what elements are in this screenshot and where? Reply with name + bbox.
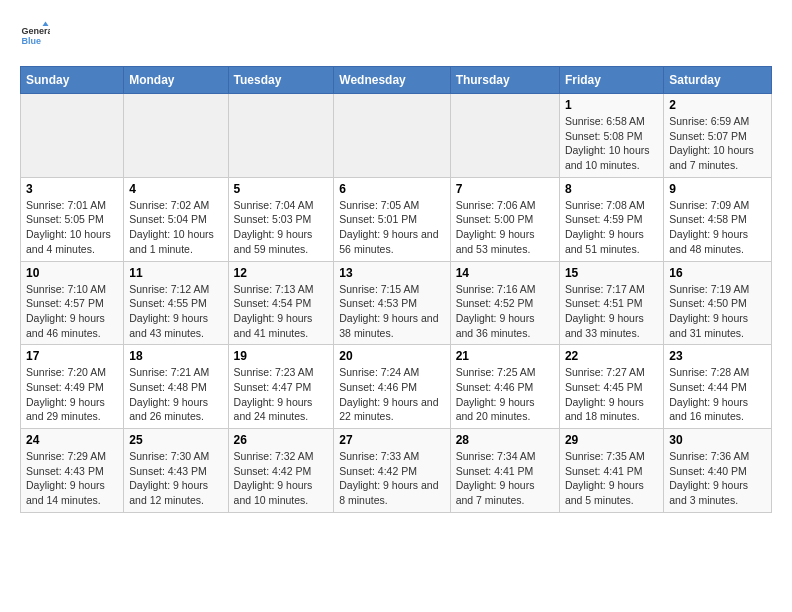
calendar-cell: 18Sunrise: 7:21 AM Sunset: 4:48 PM Dayli… xyxy=(124,345,228,429)
day-number: 22 xyxy=(565,349,658,363)
day-number: 15 xyxy=(565,266,658,280)
page-header: General Blue xyxy=(20,20,772,50)
day-number: 24 xyxy=(26,433,118,447)
day-info: Sunrise: 7:13 AM Sunset: 4:54 PM Dayligh… xyxy=(234,282,329,341)
day-info: Sunrise: 7:10 AM Sunset: 4:57 PM Dayligh… xyxy=(26,282,118,341)
day-info: Sunrise: 6:59 AM Sunset: 5:07 PM Dayligh… xyxy=(669,114,766,173)
calendar-cell: 5Sunrise: 7:04 AM Sunset: 5:03 PM Daylig… xyxy=(228,177,334,261)
day-number: 29 xyxy=(565,433,658,447)
day-header-tuesday: Tuesday xyxy=(228,67,334,94)
calendar-week-row: 3Sunrise: 7:01 AM Sunset: 5:05 PM Daylig… xyxy=(21,177,772,261)
day-number: 7 xyxy=(456,182,554,196)
day-info: Sunrise: 7:05 AM Sunset: 5:01 PM Dayligh… xyxy=(339,198,444,257)
logo-icon: General Blue xyxy=(20,20,50,50)
calendar-week-row: 17Sunrise: 7:20 AM Sunset: 4:49 PM Dayli… xyxy=(21,345,772,429)
day-info: Sunrise: 7:35 AM Sunset: 4:41 PM Dayligh… xyxy=(565,449,658,508)
day-number: 16 xyxy=(669,266,766,280)
day-header-friday: Friday xyxy=(559,67,663,94)
day-info: Sunrise: 7:24 AM Sunset: 4:46 PM Dayligh… xyxy=(339,365,444,424)
logo: General Blue xyxy=(20,20,54,50)
calendar-cell: 28Sunrise: 7:34 AM Sunset: 4:41 PM Dayli… xyxy=(450,429,559,513)
calendar-table: SundayMondayTuesdayWednesdayThursdayFrid… xyxy=(20,66,772,513)
calendar-cell: 16Sunrise: 7:19 AM Sunset: 4:50 PM Dayli… xyxy=(664,261,772,345)
day-number: 9 xyxy=(669,182,766,196)
day-number: 27 xyxy=(339,433,444,447)
day-header-saturday: Saturday xyxy=(664,67,772,94)
day-number: 11 xyxy=(129,266,222,280)
calendar-cell: 22Sunrise: 7:27 AM Sunset: 4:45 PM Dayli… xyxy=(559,345,663,429)
day-number: 2 xyxy=(669,98,766,112)
day-info: Sunrise: 7:33 AM Sunset: 4:42 PM Dayligh… xyxy=(339,449,444,508)
day-number: 30 xyxy=(669,433,766,447)
calendar-week-row: 10Sunrise: 7:10 AM Sunset: 4:57 PM Dayli… xyxy=(21,261,772,345)
day-number: 4 xyxy=(129,182,222,196)
day-info: Sunrise: 7:34 AM Sunset: 4:41 PM Dayligh… xyxy=(456,449,554,508)
calendar-cell: 13Sunrise: 7:15 AM Sunset: 4:53 PM Dayli… xyxy=(334,261,450,345)
day-info: Sunrise: 7:01 AM Sunset: 5:05 PM Dayligh… xyxy=(26,198,118,257)
day-number: 8 xyxy=(565,182,658,196)
day-info: Sunrise: 7:08 AM Sunset: 4:59 PM Dayligh… xyxy=(565,198,658,257)
day-info: Sunrise: 7:21 AM Sunset: 4:48 PM Dayligh… xyxy=(129,365,222,424)
day-info: Sunrise: 7:27 AM Sunset: 4:45 PM Dayligh… xyxy=(565,365,658,424)
day-info: Sunrise: 7:36 AM Sunset: 4:40 PM Dayligh… xyxy=(669,449,766,508)
day-number: 10 xyxy=(26,266,118,280)
calendar-cell: 29Sunrise: 7:35 AM Sunset: 4:41 PM Dayli… xyxy=(559,429,663,513)
day-number: 23 xyxy=(669,349,766,363)
calendar-cell: 4Sunrise: 7:02 AM Sunset: 5:04 PM Daylig… xyxy=(124,177,228,261)
day-info: Sunrise: 7:16 AM Sunset: 4:52 PM Dayligh… xyxy=(456,282,554,341)
day-header-sunday: Sunday xyxy=(21,67,124,94)
day-number: 20 xyxy=(339,349,444,363)
calendar-cell: 26Sunrise: 7:32 AM Sunset: 4:42 PM Dayli… xyxy=(228,429,334,513)
day-number: 6 xyxy=(339,182,444,196)
day-number: 26 xyxy=(234,433,329,447)
calendar-cell: 8Sunrise: 7:08 AM Sunset: 4:59 PM Daylig… xyxy=(559,177,663,261)
day-info: Sunrise: 7:17 AM Sunset: 4:51 PM Dayligh… xyxy=(565,282,658,341)
day-info: Sunrise: 7:12 AM Sunset: 4:55 PM Dayligh… xyxy=(129,282,222,341)
day-info: Sunrise: 7:28 AM Sunset: 4:44 PM Dayligh… xyxy=(669,365,766,424)
calendar-cell xyxy=(124,94,228,178)
calendar-cell: 12Sunrise: 7:13 AM Sunset: 4:54 PM Dayli… xyxy=(228,261,334,345)
calendar-cell: 30Sunrise: 7:36 AM Sunset: 4:40 PM Dayli… xyxy=(664,429,772,513)
calendar-cell: 20Sunrise: 7:24 AM Sunset: 4:46 PM Dayli… xyxy=(334,345,450,429)
calendar-cell xyxy=(21,94,124,178)
day-number: 19 xyxy=(234,349,329,363)
day-number: 17 xyxy=(26,349,118,363)
day-info: Sunrise: 7:29 AM Sunset: 4:43 PM Dayligh… xyxy=(26,449,118,508)
day-number: 5 xyxy=(234,182,329,196)
day-number: 13 xyxy=(339,266,444,280)
day-number: 21 xyxy=(456,349,554,363)
calendar-cell: 7Sunrise: 7:06 AM Sunset: 5:00 PM Daylig… xyxy=(450,177,559,261)
day-number: 25 xyxy=(129,433,222,447)
calendar-cell: 27Sunrise: 7:33 AM Sunset: 4:42 PM Dayli… xyxy=(334,429,450,513)
day-number: 14 xyxy=(456,266,554,280)
calendar-cell: 23Sunrise: 7:28 AM Sunset: 4:44 PM Dayli… xyxy=(664,345,772,429)
day-number: 1 xyxy=(565,98,658,112)
calendar-cell: 25Sunrise: 7:30 AM Sunset: 4:43 PM Dayli… xyxy=(124,429,228,513)
calendar-cell: 3Sunrise: 7:01 AM Sunset: 5:05 PM Daylig… xyxy=(21,177,124,261)
day-info: Sunrise: 7:23 AM Sunset: 4:47 PM Dayligh… xyxy=(234,365,329,424)
svg-text:General: General xyxy=(22,26,51,36)
day-number: 18 xyxy=(129,349,222,363)
calendar-cell: 1Sunrise: 6:58 AM Sunset: 5:08 PM Daylig… xyxy=(559,94,663,178)
day-info: Sunrise: 7:02 AM Sunset: 5:04 PM Dayligh… xyxy=(129,198,222,257)
day-info: Sunrise: 7:25 AM Sunset: 4:46 PM Dayligh… xyxy=(456,365,554,424)
day-info: Sunrise: 7:04 AM Sunset: 5:03 PM Dayligh… xyxy=(234,198,329,257)
calendar-cell: 21Sunrise: 7:25 AM Sunset: 4:46 PM Dayli… xyxy=(450,345,559,429)
day-number: 12 xyxy=(234,266,329,280)
day-header-monday: Monday xyxy=(124,67,228,94)
calendar-cell xyxy=(228,94,334,178)
day-info: Sunrise: 7:06 AM Sunset: 5:00 PM Dayligh… xyxy=(456,198,554,257)
day-info: Sunrise: 7:20 AM Sunset: 4:49 PM Dayligh… xyxy=(26,365,118,424)
calendar-cell: 24Sunrise: 7:29 AM Sunset: 4:43 PM Dayli… xyxy=(21,429,124,513)
calendar-header-row: SundayMondayTuesdayWednesdayThursdayFrid… xyxy=(21,67,772,94)
day-info: Sunrise: 7:09 AM Sunset: 4:58 PM Dayligh… xyxy=(669,198,766,257)
day-header-thursday: Thursday xyxy=(450,67,559,94)
day-info: Sunrise: 6:58 AM Sunset: 5:08 PM Dayligh… xyxy=(565,114,658,173)
calendar-week-row: 1Sunrise: 6:58 AM Sunset: 5:08 PM Daylig… xyxy=(21,94,772,178)
calendar-cell xyxy=(450,94,559,178)
calendar-cell: 17Sunrise: 7:20 AM Sunset: 4:49 PM Dayli… xyxy=(21,345,124,429)
day-info: Sunrise: 7:32 AM Sunset: 4:42 PM Dayligh… xyxy=(234,449,329,508)
day-number: 3 xyxy=(26,182,118,196)
calendar-cell: 9Sunrise: 7:09 AM Sunset: 4:58 PM Daylig… xyxy=(664,177,772,261)
day-header-wednesday: Wednesday xyxy=(334,67,450,94)
